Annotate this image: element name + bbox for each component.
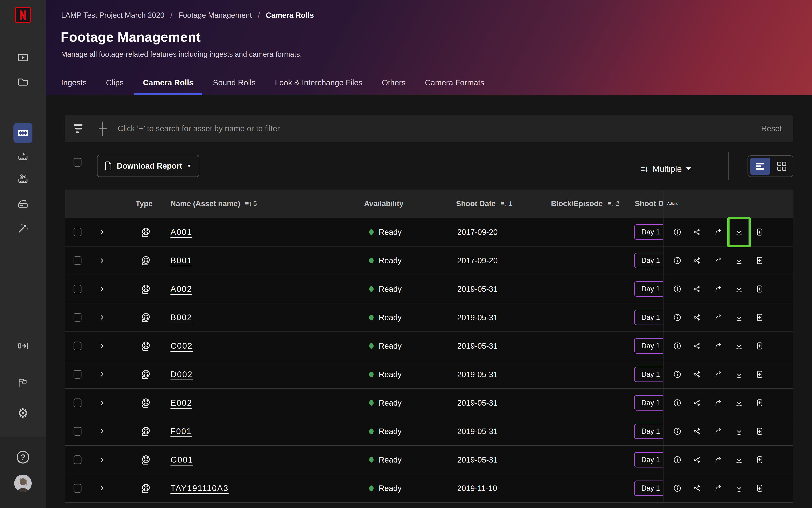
row-checkbox[interactable]	[74, 285, 81, 293]
col-header-block-episode[interactable]: Block/Episode ≡↓ 2	[551, 189, 619, 218]
forward-icon[interactable]	[714, 427, 723, 436]
sidebar-item-help[interactable]: ?	[16, 450, 30, 464]
split-icon[interactable]	[693, 455, 703, 465]
expand-chevron-icon[interactable]	[97, 275, 107, 303]
sidebar-item-camera-rolls-active[interactable]	[13, 123, 32, 143]
col-header-shoot-date[interactable]: Shoot Date ≡↓ 1	[456, 189, 513, 218]
split-icon[interactable]	[693, 370, 703, 379]
asset-name-link[interactable]: B001	[170, 256, 192, 265]
expand-chevron-icon[interactable]	[97, 303, 107, 332]
sidebar-item-projects-folder[interactable]	[16, 74, 30, 88]
expand-chevron-icon[interactable]	[97, 446, 107, 474]
download-report-button[interactable]: Download Report	[97, 155, 199, 177]
sidebar-item-play-video[interactable]	[16, 51, 30, 65]
split-icon[interactable]	[693, 227, 703, 237]
forward-icon[interactable]	[714, 398, 723, 408]
add-icon[interactable]	[755, 284, 764, 294]
forward-icon[interactable]	[714, 370, 723, 379]
download-icon[interactable]	[734, 370, 744, 379]
info-icon[interactable]	[673, 341, 682, 351]
split-icon[interactable]	[693, 427, 703, 436]
download-icon[interactable]	[734, 398, 744, 408]
sidebar-item-migration[interactable]	[16, 339, 30, 353]
sidebar-item-flags[interactable]	[16, 376, 30, 390]
info-icon[interactable]	[673, 483, 682, 493]
breadcrumb-section[interactable]: Footage Management	[178, 11, 252, 19]
asset-name-link[interactable]: TAY191110A3	[170, 483, 229, 493]
asset-name-link[interactable]: F001	[170, 427, 192, 436]
download-icon[interactable]	[734, 455, 744, 465]
forward-icon[interactable]	[714, 483, 723, 493]
forward-icon[interactable]	[714, 256, 723, 265]
info-icon[interactable]	[673, 370, 682, 379]
info-icon[interactable]	[673, 284, 682, 294]
download-icon[interactable]	[734, 284, 744, 294]
asset-name-link[interactable]: A002	[170, 284, 192, 294]
row-checkbox[interactable]	[74, 370, 81, 379]
sidebar-item-magic-tools[interactable]	[16, 221, 30, 235]
expand-chevron-icon[interactable]	[97, 332, 107, 360]
expand-chevron-icon[interactable]	[97, 361, 107, 388]
add-icon[interactable]	[755, 427, 764, 436]
row-checkbox[interactable]	[74, 256, 81, 265]
info-icon[interactable]	[673, 256, 682, 265]
asset-search-bar[interactable]: Click ‘+’ to search for asset by name or…	[65, 115, 793, 142]
tab-sound-rolls[interactable]: Sound Rolls	[213, 78, 256, 95]
add-icon[interactable]	[755, 483, 764, 493]
row-checkbox[interactable]	[74, 313, 81, 322]
asset-name-link[interactable]: C002	[170, 341, 193, 351]
info-icon[interactable]	[673, 227, 682, 237]
expand-chevron-icon[interactable]	[97, 417, 107, 446]
list-view-button[interactable]	[750, 158, 770, 175]
tab-clips[interactable]: Clips	[106, 78, 124, 95]
asset-name-link[interactable]: E002	[170, 398, 192, 408]
reset-button[interactable]: Reset	[761, 115, 782, 142]
row-checkbox[interactable]	[74, 427, 81, 436]
download-icon[interactable]	[734, 256, 744, 265]
add-icon[interactable]	[755, 370, 764, 379]
info-icon[interactable]	[673, 427, 682, 436]
tab-camera-formats[interactable]: Camera Formats	[425, 78, 484, 95]
download-icon[interactable]	[734, 483, 744, 493]
tab-ingests[interactable]: Ingests	[61, 78, 87, 95]
info-icon[interactable]	[673, 398, 682, 408]
split-icon[interactable]	[693, 398, 703, 408]
add-icon[interactable]	[755, 227, 764, 237]
split-icon[interactable]	[693, 256, 703, 265]
tab-others[interactable]: Others	[382, 78, 406, 95]
grid-view-button[interactable]	[771, 156, 793, 176]
split-icon[interactable]	[693, 341, 703, 351]
netflix-logo[interactable]	[15, 7, 31, 23]
add-icon[interactable]	[755, 341, 764, 351]
sidebar-item-delivery[interactable]	[16, 197, 30, 211]
split-icon[interactable]	[693, 284, 703, 294]
info-icon[interactable]	[673, 313, 682, 322]
row-checkbox[interactable]	[74, 484, 81, 493]
sort-dropdown[interactable]: ≡↓ Multiple	[640, 158, 691, 180]
asset-name-link[interactable]: B002	[170, 313, 192, 322]
split-icon[interactable]	[693, 313, 703, 322]
filter-lines-icon[interactable]	[74, 124, 85, 134]
row-checkbox[interactable]	[74, 228, 81, 237]
sidebar-item-editorial[interactable]	[16, 173, 30, 187]
add-icon[interactable]	[755, 455, 764, 465]
row-checkbox[interactable]	[74, 342, 81, 350]
row-checkbox[interactable]	[74, 398, 81, 407]
asset-name-link[interactable]: G001	[170, 455, 193, 465]
user-avatar[interactable]	[14, 475, 32, 492]
forward-icon[interactable]	[714, 284, 723, 294]
tab-camera-rolls[interactable]: Camera Rolls	[143, 78, 194, 95]
sidebar-item-dailies[interactable]	[16, 151, 30, 164]
expand-chevron-icon[interactable]	[97, 389, 107, 417]
forward-icon[interactable]	[714, 227, 723, 237]
expand-chevron-icon[interactable]	[97, 247, 107, 274]
add-icon[interactable]	[755, 398, 764, 408]
expand-chevron-icon[interactable]	[97, 218, 107, 246]
add-icon[interactable]	[755, 256, 764, 265]
row-checkbox[interactable]	[74, 456, 81, 464]
forward-icon[interactable]	[714, 313, 723, 322]
download-icon[interactable]	[734, 427, 744, 436]
plus-icon[interactable]	[98, 122, 107, 136]
tab-look-interchange-files[interactable]: Look & Interchange Files	[275, 78, 362, 95]
select-all-checkbox[interactable]	[74, 158, 81, 167]
